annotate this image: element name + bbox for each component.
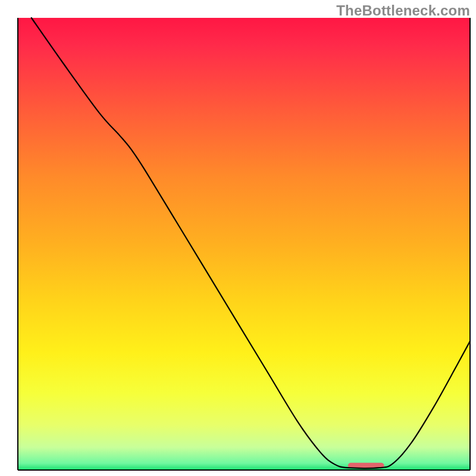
chart-container: TheBottleneck.com xyxy=(0,0,476,476)
chart-svg xyxy=(0,0,476,476)
plot-background xyxy=(18,18,470,470)
